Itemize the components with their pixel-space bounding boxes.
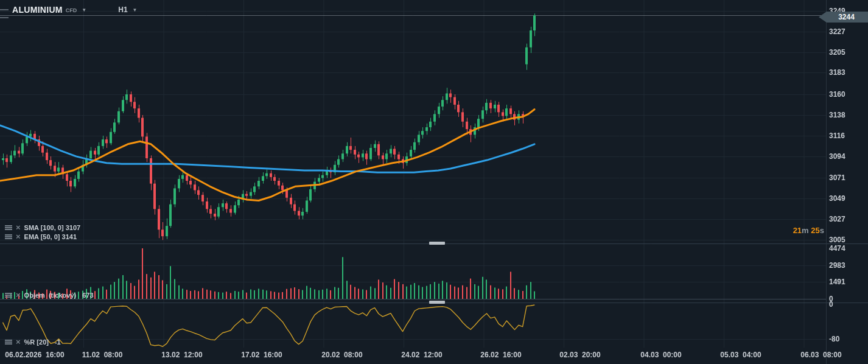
price-axis-tick: 3027 (829, 215, 845, 223)
indicator-remove-icon[interactable]: × (16, 292, 21, 298)
price-axis-tick: 3227 (829, 27, 845, 36)
price-axis-tick: 3116 (829, 131, 845, 140)
symbol-selector[interactable]: ALUMINIUM CFD ▼ (12, 5, 86, 15)
indicator-menu-icon[interactable] (5, 293, 12, 294)
indicator-menu-icon[interactable] (5, 340, 12, 341)
volume-indicator-value: 673 (82, 292, 93, 299)
indicator-legend-ema: × EMA [50, 0] 3141 (5, 233, 77, 240)
panel-resize-handle[interactable] (429, 301, 445, 304)
wpr-axis-tick: -80 (829, 335, 839, 343)
indicator-menu-icon[interactable] (5, 234, 12, 236)
volume-axis-tick: 1491 (829, 278, 845, 286)
time-axis-tick: 06.03 08:00 (800, 351, 841, 359)
time-axis-tick: 11.02 08:00 (82, 351, 123, 359)
price-axis-tick: 3071 (829, 173, 845, 182)
time-axis-tick: 20.02 08:00 (321, 351, 362, 359)
chart-canvas[interactable] (0, 0, 868, 364)
timer-seconds: 25 (811, 226, 819, 235)
time-axis-tick: 06.02.2026 16:00 (5, 351, 64, 359)
time-axis-tick: 17.02 16:00 (241, 351, 282, 359)
price-axis-tick: 3005 (829, 236, 845, 244)
timer-minutes-unit: m (802, 226, 809, 235)
chart-header: ALUMINIUM CFD ▼ H1 ▼ (12, 5, 137, 15)
timeframe-label: H1 (118, 5, 127, 14)
panel-resize-handle[interactable] (429, 242, 445, 245)
time-axis-tick: 04.03 00:00 (640, 351, 681, 359)
price-axis-tick: 3094 (829, 152, 845, 161)
time-axis-tick: 24.02 12:00 (401, 351, 442, 359)
indicator-remove-icon[interactable]: × (16, 339, 21, 345)
wpr-indicator-value: -1 (55, 338, 61, 346)
price-axis-tick: 3049 (829, 194, 845, 203)
instrument-type-label: CFD (66, 7, 77, 13)
price-axis-tick: 3205 (829, 48, 845, 57)
current-price-value: 3244 (838, 13, 855, 21)
timer-seconds-unit: s (820, 226, 824, 235)
price-axis-tick: 3138 (829, 111, 845, 119)
ema-indicator-label: EMA [50, 0] 3141 (24, 233, 77, 240)
volume-axis-tick: 4474 (829, 244, 845, 253)
left-edge-tick (0, 17, 9, 18)
timeframe-selector[interactable]: H1 ▼ (118, 5, 137, 14)
candle-countdown-timer: 21m 25s (793, 226, 824, 235)
indicator-legend-sma: × SMA [100, 0] 3107 (5, 224, 80, 231)
indicator-legend-wpr: × %R [20] -1 (5, 338, 61, 346)
time-axis-tick: 02.03 20:00 (559, 351, 600, 359)
sma-indicator-label: SMA [100, 0] 3107 (24, 224, 81, 231)
left-edge-tick (0, 9, 9, 10)
timer-minutes: 21 (793, 226, 802, 235)
indicator-menu-icon[interactable] (5, 225, 12, 226)
wpr-axis-tick: 0 (829, 300, 833, 309)
volume-axis-tick: 2983 (829, 261, 845, 270)
time-axis-tick: 05.03 04:00 (720, 351, 761, 359)
indicator-legend-volume: × Objem (tickový) 673 (5, 292, 94, 299)
indicator-remove-icon[interactable]: × (16, 234, 21, 240)
chevron-down-icon[interactable]: ▼ (133, 7, 138, 13)
chevron-down-icon[interactable]: ▼ (82, 7, 86, 13)
indicator-remove-icon[interactable]: × (16, 225, 21, 231)
time-axis-tick: 26.02 16:00 (480, 351, 521, 359)
trading-chart-window: ALUMINIUM CFD ▼ H1 ▼ × SMA [100, 0] 3107… (0, 0, 868, 364)
symbol-name: ALUMINIUM (12, 5, 63, 15)
wpr-indicator-label: %R [20] (24, 338, 49, 346)
volume-indicator-label: Objem (tickový) (24, 292, 77, 299)
current-price-badge: 3244 (819, 12, 868, 23)
price-axis-tick: 3183 (829, 68, 845, 77)
price-axis-tick: 3160 (829, 90, 845, 99)
time-axis-tick: 13.02 12:00 (161, 351, 202, 359)
